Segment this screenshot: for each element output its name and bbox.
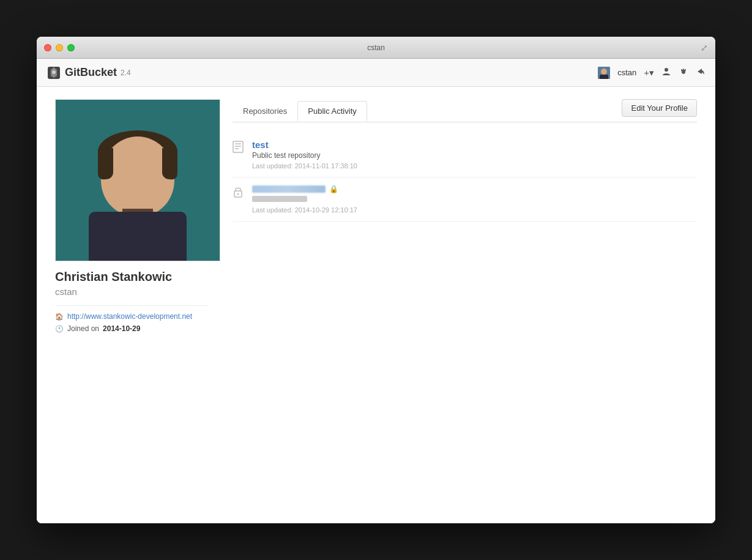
profile-website: 🏠 http://www.stankowic-development.net — [55, 312, 208, 321]
private-repo-header: 🔒 — [252, 185, 697, 193]
svg-rect-7 — [233, 141, 243, 152]
share-icon[interactable] — [696, 67, 705, 78]
avatar-body — [89, 212, 187, 261]
tab-repositories[interactable]: Repositories — [233, 101, 297, 121]
table-row: test Public test repository Last updated… — [233, 132, 697, 177]
svg-point-1 — [52, 70, 56, 74]
avatar[interactable] — [598, 67, 610, 79]
repo-info: test Public test repository Last updated… — [252, 140, 697, 170]
svg-point-5 — [665, 68, 668, 72]
profile-divider — [55, 305, 208, 306]
website-link[interactable]: http://www.stankowic-development.net — [67, 312, 192, 321]
user-icon[interactable] — [661, 67, 671, 78]
joined-label: Joined on — [67, 324, 99, 333]
version-label: 2.4 — [121, 69, 131, 77]
blurred-repo-name — [252, 185, 326, 193]
gitbucket-logo — [47, 65, 61, 80]
tabs: Repositories Public Activity — [233, 101, 367, 121]
brand-link[interactable]: GitBucket 2.4 — [47, 65, 131, 80]
avatar-hair-right — [162, 148, 177, 180]
settings-icon[interactable] — [679, 67, 688, 78]
table-row: 🔒 Last updated: 2014-10-29 12:10:17 — [233, 177, 697, 222]
profile-full-name: Christian Stankowic — [55, 270, 208, 284]
expand-icon[interactable]: ⤢ — [701, 43, 708, 53]
content-header: Repositories Public Activity Edit Your P… — [233, 99, 697, 122]
avatar-image — [598, 67, 610, 79]
content-area: Repositories Public Activity Edit Your P… — [220, 99, 697, 511]
lock-icon: 🔒 — [329, 185, 338, 193]
profile-avatar-container — [55, 99, 220, 261]
repo-description: Public test repository — [252, 151, 697, 160]
repo-name[interactable]: test — [252, 140, 269, 150]
main-content: Christian Stankowic cstan 🏠 http://www.s… — [37, 87, 715, 523]
navbar-username[interactable]: cstan — [617, 68, 636, 77]
edit-profile-button[interactable]: Edit Your Profile — [622, 99, 697, 117]
titlebar: cstan ⤢ — [37, 37, 715, 59]
svg-point-12 — [237, 193, 239, 195]
blurred-repo-desc — [252, 193, 697, 204]
repo-icon — [233, 141, 244, 153]
profile-username: cstan — [55, 286, 208, 297]
profile-meta: 🏠 http://www.stankowic-development.net 🕐… — [55, 312, 208, 333]
clock-icon: 🕐 — [55, 325, 64, 333]
svg-point-3 — [601, 69, 607, 75]
home-icon: 🏠 — [55, 313, 64, 321]
repository-list: test Public test repository Last updated… — [233, 132, 697, 222]
close-button[interactable] — [44, 44, 51, 51]
repo-updated-2: Last updated: 2014-10-29 12:10:17 — [252, 206, 697, 214]
lock-repo-icon — [233, 186, 244, 198]
navbar-right: cstan +▾ — [598, 67, 705, 79]
brand-name: GitBucket — [65, 66, 117, 79]
svg-rect-4 — [600, 75, 608, 79]
avatar-photo — [56, 100, 220, 261]
app-window: cstan ⤢ GitBucket 2.4 cstan +▾ — [37, 37, 715, 523]
repo-updated: Last updated: 2014-11-01 17:38:10 — [252, 162, 697, 170]
maximize-button[interactable] — [67, 44, 75, 51]
joined-date: 2014-10-29 — [103, 324, 140, 333]
add-icon[interactable]: +▾ — [644, 67, 654, 78]
profile-sidebar: Christian Stankowic cstan 🏠 http://www.s… — [55, 99, 220, 511]
profile-joined: 🕐 Joined on 2014-10-29 — [55, 324, 208, 333]
tab-public-activity[interactable]: Public Activity — [297, 101, 367, 121]
repo-icon-wrap — [233, 140, 245, 170]
repo-info-private: 🔒 Last updated: 2014-10-29 12:10:17 — [252, 185, 697, 214]
avatar-hair-left — [98, 148, 113, 180]
navbar: GitBucket 2.4 cstan +▾ — [37, 59, 715, 87]
window-title: cstan — [367, 43, 385, 52]
minimize-button[interactable] — [56, 44, 63, 51]
window-controls — [44, 44, 75, 51]
repo-icon-wrap-lock — [233, 185, 245, 214]
